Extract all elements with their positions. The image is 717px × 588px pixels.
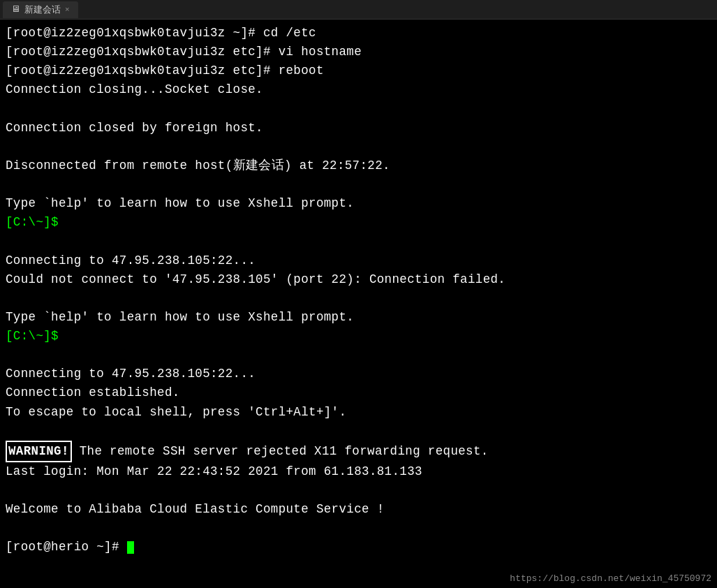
terminal-line: Could not connect to '47.95.238.105' (po… xyxy=(6,270,711,289)
terminal-line: [root@iz2zeg01xqsbwk0tavjui3z etc]# rebo… xyxy=(6,61,711,80)
terminal-line xyxy=(6,232,711,251)
tab-bar: 🖥 新建会话 × xyxy=(0,0,717,20)
terminal-line: To escape to local shell, press 'Ctrl+Al… xyxy=(6,403,711,422)
terminal-line: [root@herio ~]# xyxy=(6,538,711,557)
terminal-line xyxy=(6,289,711,308)
terminal-cursor xyxy=(127,541,134,554)
terminal-line: Connection established. xyxy=(6,383,711,402)
terminal-line: Disconnected from remote host(新建会话) at 2… xyxy=(6,156,711,175)
terminal-line xyxy=(6,346,711,365)
terminal-line: Connecting to 47.95.238.105:22... xyxy=(6,251,711,270)
terminal-line: Type `help' to learn how to use Xshell p… xyxy=(6,308,711,327)
terminal-line: Connection closing...Socket close. xyxy=(6,80,711,99)
terminal-line: [root@iz2zeg01xqsbwk0tavjui3z etc]# vi h… xyxy=(6,43,711,61)
terminal-line xyxy=(6,422,711,441)
terminal-line xyxy=(6,519,711,538)
bottom-url: https://blog.csdn.net/weixin_45750972 xyxy=(510,573,711,584)
terminal-line xyxy=(6,100,711,119)
terminal-line: [root@iz2zeg01xqsbwk0tavjui3z ~]# cd /et… xyxy=(6,24,711,43)
tab-close[interactable]: × xyxy=(65,6,70,14)
terminal-line xyxy=(6,138,711,156)
terminal[interactable]: [root@iz2zeg01xqsbwk0tavjui3z ~]# cd /et… xyxy=(0,20,717,588)
terminal-line: [C:\~]$ xyxy=(6,213,711,232)
prompt-text: [root@herio ~]# xyxy=(6,540,127,554)
terminal-line: Connection closed by foreign host. xyxy=(6,119,711,138)
terminal-line: Last login: Mon Mar 22 22:43:52 2021 fro… xyxy=(6,462,711,481)
terminal-line xyxy=(6,175,711,194)
tab[interactable]: 🖥 新建会话 × xyxy=(3,1,78,18)
terminal-line: WARNING! The remote SSH server rejected … xyxy=(6,441,711,462)
terminal-line: Welcome to Alibaba Cloud Elastic Compute… xyxy=(6,500,711,519)
terminal-line xyxy=(6,481,711,500)
terminal-line: [C:\~]$ xyxy=(6,327,711,346)
tab-title: 新建会话 xyxy=(24,3,61,16)
warning-badge: WARNING! xyxy=(6,441,72,462)
terminal-line: Type `help' to learn how to use Xshell p… xyxy=(6,194,711,213)
tab-icon: 🖥 xyxy=(11,4,20,15)
terminal-line: Connecting to 47.95.238.105:22... xyxy=(6,365,711,383)
